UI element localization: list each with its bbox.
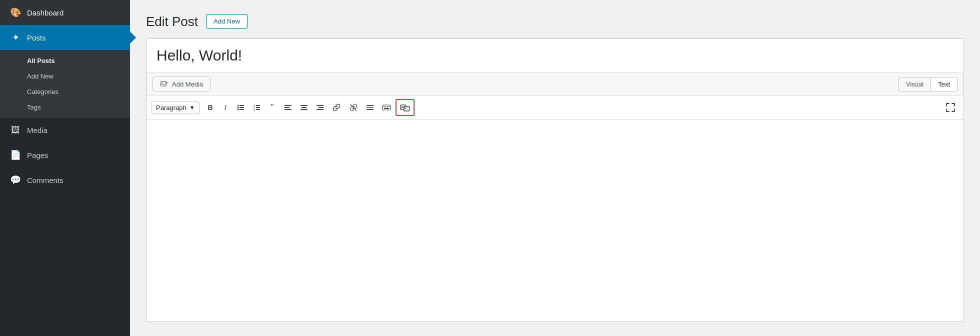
svg-rect-24: [316, 109, 324, 110]
editor-container: Hello, World! Add Media Visual Text: [146, 38, 964, 322]
svg-rect-31: [385, 106, 386, 108]
svg-rect-4: [240, 105, 244, 106]
svg-rect-26: [366, 105, 374, 106]
post-title[interactable]: Hello, World!: [146, 39, 964, 72]
svg-rect-36: [404, 106, 410, 111]
align-right-button[interactable]: [312, 101, 328, 114]
svg-point-9: [237, 109, 238, 110]
sidebar-item-posts-label: Posts: [27, 34, 46, 42]
sidebar-sub-add-new[interactable]: Add New: [0, 68, 130, 84]
sidebar-sub-tags[interactable]: Tags: [0, 100, 130, 115]
svg-rect-34: [384, 108, 389, 109]
svg-rect-5: [240, 107, 244, 108]
svg-point-7: [237, 105, 238, 106]
svg-rect-32: [387, 106, 388, 108]
sidebar-item-dashboard-label: Dashboard: [27, 8, 64, 17]
editor-meta-bar: Add Media Visual Text: [146, 72, 964, 96]
sidebar-item-pages-label: Pages: [27, 151, 48, 160]
remove-link-button[interactable]: [346, 100, 362, 114]
keyboard-icon: [382, 103, 391, 112]
align-left-button[interactable]: [280, 101, 296, 114]
comments-icon: 💬: [10, 174, 21, 186]
bold-button[interactable]: B: [204, 102, 218, 114]
gallery-icon: [400, 102, 410, 112]
visual-tab[interactable]: Visual: [898, 77, 931, 92]
svg-rect-21: [300, 109, 308, 110]
add-media-icon: [160, 80, 168, 88]
svg-rect-23: [318, 107, 324, 108]
gallery-button[interactable]: [396, 99, 414, 116]
sidebar-sub-all-posts[interactable]: All Posts: [0, 53, 130, 68]
editor-toolbar: Paragraph ▼ B I: [146, 96, 964, 120]
horizontal-rule-button[interactable]: [362, 101, 378, 114]
svg-rect-28: [366, 109, 374, 110]
svg-rect-17: [284, 107, 290, 108]
align-left-icon: [284, 104, 292, 112]
svg-rect-18: [284, 109, 292, 110]
sidebar-item-comments-label: Comments: [27, 176, 64, 184]
dashboard-icon: 🎨: [10, 7, 21, 18]
svg-rect-0: [161, 82, 166, 86]
ordered-list-button[interactable]: 1 2 3: [250, 101, 264, 114]
align-center-button[interactable]: [296, 101, 312, 114]
svg-rect-12: [256, 109, 260, 110]
sidebar-item-posts[interactable]: ✦ Posts: [0, 25, 130, 50]
editor-content-area[interactable]: [146, 120, 964, 322]
svg-rect-11: [256, 107, 260, 108]
media-icon: 🖼: [10, 125, 21, 136]
page-header: Edit Post Add New: [146, 14, 964, 28]
align-right-icon: [316, 104, 324, 112]
svg-rect-29: [382, 105, 390, 110]
blockquote-icon: ": [271, 104, 274, 112]
insert-link-button[interactable]: [328, 100, 344, 114]
add-media-button[interactable]: Add Media: [152, 76, 210, 92]
svg-rect-16: [284, 105, 292, 106]
pages-icon: 📄: [10, 150, 21, 160]
sidebar-item-dashboard[interactable]: 🎨 Dashboard: [0, 0, 130, 25]
align-center-icon: [300, 104, 308, 112]
svg-point-8: [237, 107, 238, 108]
ordered-list-icon: 1 2 3: [253, 104, 261, 112]
svg-rect-27: [366, 107, 374, 108]
view-tabs: Visual Text: [898, 77, 958, 92]
main-content: Edit Post Add New Hello, World! Add Medi…: [130, 0, 980, 336]
sidebar-item-comments[interactable]: 💬 Comments: [0, 168, 130, 192]
fullscreen-icon: [946, 103, 955, 112]
sidebar-item-pages[interactable]: 📄 Pages: [0, 142, 130, 168]
italic-button[interactable]: I: [218, 102, 232, 114]
unordered-list-icon: [237, 104, 245, 112]
fullscreen-button[interactable]: [942, 100, 958, 114]
svg-rect-20: [302, 107, 306, 108]
sidebar: 🎨 Dashboard ✦ Posts All Posts Add New Ca…: [0, 0, 130, 336]
unlink-icon: [349, 103, 358, 112]
unordered-list-button[interactable]: [234, 101, 248, 114]
paragraph-select[interactable]: Paragraph ▼: [152, 102, 200, 114]
posts-submenu: All Posts Add New Categories Tags: [0, 50, 130, 118]
svg-rect-10: [256, 105, 260, 106]
sidebar-item-media-label: Media: [27, 126, 48, 134]
svg-rect-33: [388, 106, 390, 108]
svg-text:3: 3: [254, 108, 255, 111]
chevron-down-icon: ▼: [190, 104, 195, 110]
add-new-button[interactable]: Add New: [206, 14, 248, 28]
link-icon: [332, 103, 341, 112]
blockquote-button[interactable]: ": [266, 101, 280, 114]
horizontal-rule-icon: [366, 104, 374, 112]
sidebar-item-media[interactable]: 🖼 Media: [0, 118, 130, 142]
posts-icon: ✦: [10, 32, 21, 43]
svg-rect-19: [300, 105, 308, 106]
sidebar-sub-categories[interactable]: Categories: [0, 84, 130, 100]
text-tab[interactable]: Text: [930, 77, 958, 92]
svg-rect-30: [384, 106, 384, 108]
svg-rect-6: [240, 109, 244, 110]
svg-rect-22: [316, 105, 324, 106]
page-title: Edit Post: [146, 15, 198, 28]
shortcode-button[interactable]: [378, 100, 394, 114]
